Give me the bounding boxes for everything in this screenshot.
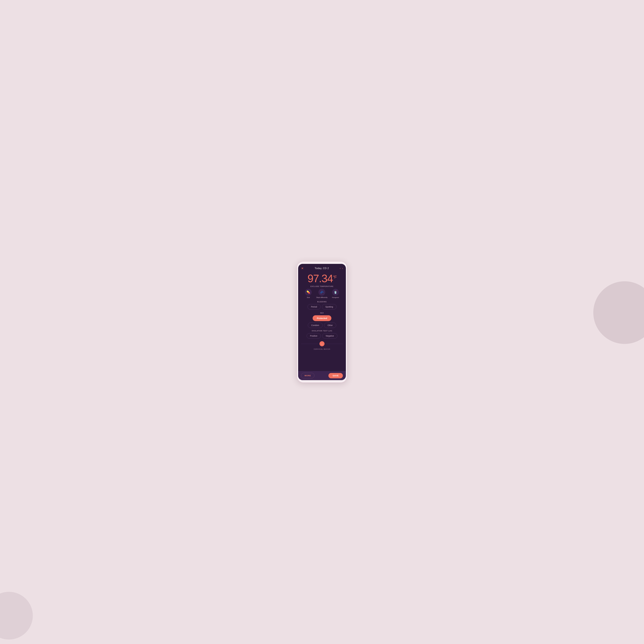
temperature-value: 97.34°F [308,273,337,284]
bleeding-label: BLEEDING [301,301,343,303]
sleep-icon: 💤 [318,289,325,296]
phone-screen: ✕ Today, CD 2 ‹ › 97.34°F EXCLUDE TEMPER… [298,264,346,380]
save-button[interactable]: SAVE [328,373,343,378]
hungover-button[interactable]: 🥤 Hungover [332,289,339,298]
exclude-temp-label: EXCLUDE TEMPERATURE [301,286,343,287]
cervical-mucus-label: CERVICAL MUCUS [298,347,346,351]
period-button[interactable]: Period [308,304,320,309]
header: ✕ Today, CD 2 ‹ › [298,264,346,272]
exclude-temperature-section: EXCLUDE TEMPERATURE 💊 Sick 💤 Slept diffe… [298,285,346,300]
spotting-button[interactable]: Spotting [322,304,336,309]
close-button[interactable]: ✕ [301,267,304,270]
ovulation-section: OVULATION TEST (LH) Positive Negative [298,329,346,340]
sick-label: Sick [307,297,310,298]
bg-decoration-left [0,592,33,640]
bleeding-section: BLEEDING Period Spotting [298,300,346,311]
sex-section: SEX Protected Condom Other [298,311,346,329]
sick-icon: 💊 [305,289,312,296]
nav-forward-button[interactable]: › [342,267,343,270]
ovulation-label: OVULATION TEST (LH) [301,330,343,332]
bottom-bar: MORE SAVE [298,371,346,380]
condom-button[interactable]: Condom [308,323,323,328]
header-nav: ‹ › [340,267,343,270]
chevron-down-icon: ⌄ [321,343,323,345]
more-button[interactable]: MORE [301,373,314,378]
bleeding-buttons: Period Spotting [301,304,343,309]
phone-device: ✕ Today, CD 2 ‹ › 97.34°F EXCLUDE TEMPER… [297,261,347,383]
nav-back-button[interactable]: ‹ [340,267,340,270]
negative-button[interactable]: Negative [322,333,337,339]
hungover-label: Hungover [332,297,339,298]
sex-label: SEX [301,312,343,314]
divider-right [326,344,343,344]
protected-button[interactable]: Protected [313,315,331,321]
temperature-section: 97.34°F [298,272,346,285]
slept-differently-label: Slept differently [316,297,328,298]
screen-content: ✕ Today, CD 2 ‹ › 97.34°F EXCLUDE TEMPER… [298,264,346,371]
divider-section: ⌄ [298,340,346,347]
exclude-icons-row: 💊 Sick 💤 Slept differently 🥤 Hungover [301,289,343,298]
divider-left [301,344,318,344]
other-button[interactable]: Other [324,323,336,328]
slept-differently-button[interactable]: 💤 Slept differently [316,289,328,298]
sick-button[interactable]: 💊 Sick [305,289,312,298]
expand-button[interactable]: ⌄ [319,341,325,346]
protected-row: Protected [301,315,343,321]
sex-sub-buttons: Condom Other [301,323,343,328]
temperature-unit: °F [333,275,336,279]
positive-button[interactable]: Positive [307,333,321,339]
hungover-icon: 🥤 [332,289,339,296]
temperature-number: 97.34 [308,273,333,284]
ovulation-buttons: Positive Negative [301,333,343,339]
bg-decoration-right [593,281,644,344]
header-title: Today, CD 2 [315,267,329,270]
